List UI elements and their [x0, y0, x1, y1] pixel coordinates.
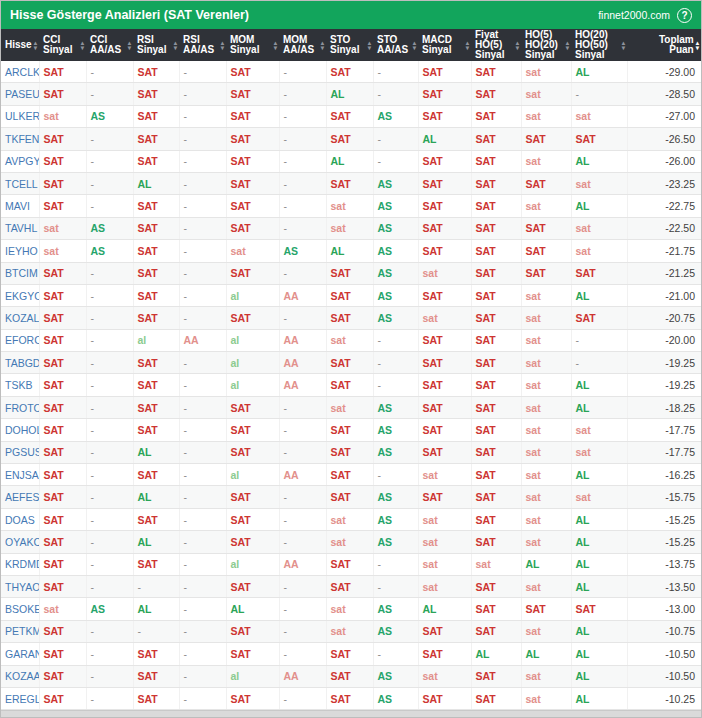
ticker-cell[interactable]: OYAKC [1, 531, 39, 553]
signal-cell-ho20_ho50_sinyal: - [571, 352, 627, 374]
column-header-cci_sinyal[interactable]: CCISinyal▴▾ [39, 29, 86, 61]
signal-cell-mom_sinyal: SAT [226, 105, 279, 127]
signal-cell-sto_aa_as: AS [373, 195, 418, 217]
column-header-hisse[interactable]: Hisse▴▾ [1, 29, 39, 61]
ticker-cell[interactable]: DOAS [1, 508, 39, 530]
ticker-cell[interactable]: KOZAL [1, 307, 39, 329]
column-header-cci_aa_as[interactable]: CCIAA/AS▴▾ [86, 29, 133, 61]
signal-cell-mom_sinyal: SAT [226, 441, 279, 463]
signal-cell-mom_sinyal: SAT [226, 217, 279, 239]
ticker-cell[interactable]: EREGL [1, 687, 39, 709]
ticker-cell[interactable]: ENJSA [1, 464, 39, 486]
signal-cell-sto_aa_as: - [373, 352, 418, 374]
signal-cell-ho20_ho50_sinyal: sat [571, 441, 627, 463]
ticker-cell[interactable]: PASEU [1, 83, 39, 105]
column-header-toplam_puan[interactable]: ToplamPuan▴▾ [627, 29, 701, 61]
column-header-rsi_sinyal[interactable]: RSISinyal▴▾ [133, 29, 179, 61]
ticker-cell[interactable]: FROTO [1, 396, 39, 418]
ticker-cell[interactable]: KOZAA [1, 665, 39, 687]
ticker-cell[interactable]: AVPGY [1, 150, 39, 172]
column-header-sto_sinyal[interactable]: STOSinyal▴▾ [326, 29, 373, 61]
ticker-cell[interactable]: THYAO [1, 575, 39, 597]
signal-cell-macd_sinyal: sat [418, 531, 471, 553]
signal-cell-sto_aa_as: AS [373, 620, 418, 642]
signal-cell-rsi_sinyal: SAT [133, 553, 179, 575]
ticker-cell[interactable]: IEYHO [1, 240, 39, 262]
signal-cell-ho20_ho50_sinyal: AL [571, 643, 627, 665]
ticker-cell[interactable]: BSOKE [1, 598, 39, 620]
signal-cell-fiyat_ho5_sinyal: SAT [471, 105, 521, 127]
signal-cell-ho20_ho50_sinyal: sat [571, 419, 627, 441]
signal-cell-ho5_ho20_sinyal: sat [521, 441, 571, 463]
signal-cell-ho5_ho20_sinyal: sat [521, 195, 571, 217]
ticker-cell[interactable]: AEFES [1, 486, 39, 508]
signal-cell-mom_sinyal: al [226, 553, 279, 575]
signal-cell-ho5_ho20_sinyal: sat [521, 531, 571, 553]
signal-cell-fiyat_ho5_sinyal: SAT [471, 352, 521, 374]
column-header-label: CCIAA/AS [90, 35, 121, 55]
column-header-fiyat_ho5_sinyal[interactable]: FiyatHO(5)Sinyal▴▾ [471, 29, 521, 61]
table-row: GARANSAT-SAT-SAT-SAT-SATALALAL-10.50 [1, 643, 701, 665]
ticker-cell[interactable]: KRDMD [1, 553, 39, 575]
signal-cell-sto_aa_as: AS [373, 598, 418, 620]
column-header-line: AA/AS [90, 45, 121, 55]
signals-table-container: Hisse▴▾CCISinyal▴▾CCIAA/AS▴▾RSISinyal▴▾R… [1, 29, 701, 710]
signal-cell-fiyat_ho5_sinyal: SAT [471, 598, 521, 620]
column-header-sto_aa_as[interactable]: STOAA/AS▴▾ [373, 29, 418, 61]
score-cell: -10.25 [627, 687, 701, 709]
signal-cell-macd_sinyal: AL [418, 128, 471, 150]
ticker-cell[interactable]: ULKER [1, 105, 39, 127]
score-cell: -15.75 [627, 486, 701, 508]
signal-cell-rsi_sinyal: SAT [133, 105, 179, 127]
score-cell: -23.25 [627, 172, 701, 194]
signal-cell-ho20_ho50_sinyal: AL [571, 284, 627, 306]
signal-cell-rsi_aa_as: - [179, 508, 226, 530]
signal-cell-sto_sinyal: SAT [326, 374, 373, 396]
signal-cell-mom_aa_as: AA [279, 665, 326, 687]
signal-cell-rsi_aa_as: - [179, 150, 226, 172]
signal-cell-fiyat_ho5_sinyal: SAT [471, 396, 521, 418]
signal-cell-sto_aa_as: AS [373, 441, 418, 463]
ticker-cell[interactable]: DOHOL [1, 419, 39, 441]
ticker-cell[interactable]: TSKB [1, 374, 39, 396]
column-header-mom_aa_as[interactable]: MOMAA/AS▴▾ [279, 29, 326, 61]
signal-cell-mom_sinyal: al [226, 329, 279, 351]
ticker-cell[interactable]: TCELL [1, 172, 39, 194]
signal-cell-ho20_ho50_sinyal: AL [571, 531, 627, 553]
signal-cell-cci_aa_as: - [86, 643, 133, 665]
ticker-cell[interactable]: EFORC [1, 329, 39, 351]
ticker-cell[interactable]: ARCLK [1, 61, 39, 83]
signal-cell-mom_sinyal: al [226, 374, 279, 396]
ticker-cell[interactable]: PGSUS [1, 441, 39, 463]
signal-cell-rsi_sinyal: SAT [133, 240, 179, 262]
signal-cell-cci_sinyal: SAT [39, 441, 86, 463]
ticker-cell[interactable]: TAVHL [1, 217, 39, 239]
ticker-cell[interactable]: PETKM [1, 620, 39, 642]
ticker-cell[interactable]: GARAN [1, 643, 39, 665]
signal-cell-cci_sinyal: SAT [39, 128, 86, 150]
column-header-rsi_aa_as[interactable]: RSIAA/AS▴▾ [179, 29, 226, 61]
table-row: DOHOLSAT-SAT-SAT-SATASSATSATsatsat-17.75 [1, 419, 701, 441]
score-cell: -13.50 [627, 575, 701, 597]
help-icon[interactable]: ? [677, 8, 692, 23]
column-header-ho20_ho50_sinyal[interactable]: HO(20)HO(50)Sinyal▴▾ [571, 29, 627, 61]
ticker-cell[interactable]: EKGYO [1, 284, 39, 306]
column-header-mom_sinyal[interactable]: MOMSinyal▴▾ [226, 29, 279, 61]
column-header-ho5_ho20_sinyal[interactable]: HO(5)HO(20)Sinyal▴▾ [521, 29, 571, 61]
signal-cell-rsi_sinyal: SAT [133, 284, 179, 306]
signal-cell-cci_aa_as: - [86, 374, 133, 396]
signal-cell-cci_aa_as: - [86, 307, 133, 329]
ticker-cell[interactable]: MAVI [1, 195, 39, 217]
signal-cell-sto_aa_as: AS [373, 217, 418, 239]
signal-cell-sto_aa_as: AS [373, 262, 418, 284]
table-row: DOASSAT-SAT-SAT-satASsatSATsatAL-15.25 [1, 508, 701, 530]
signal-cell-cci_sinyal: SAT [39, 464, 86, 486]
ticker-cell[interactable]: BTCIM [1, 262, 39, 284]
sort-icon: ▴▾ [274, 40, 277, 50]
score-cell: -21.75 [627, 240, 701, 262]
ticker-cell[interactable]: TKFEN [1, 128, 39, 150]
column-header-macd_sinyal[interactable]: MACDSinyal▴▾ [418, 29, 471, 61]
sort-down-arrow: ▾ [413, 45, 416, 50]
signal-cell-ho5_ho20_sinyal: SAT [521, 598, 571, 620]
ticker-cell[interactable]: TABGD [1, 352, 39, 374]
